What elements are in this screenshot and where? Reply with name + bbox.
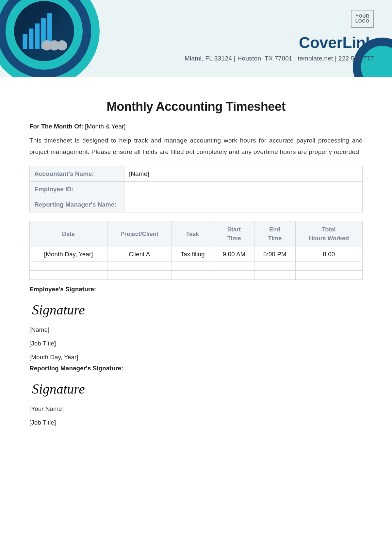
employee-sig-label: Employee's Signature: [29,286,363,293]
cell-end[interactable]: 5:00 PM [254,247,295,261]
col-task: Task [172,221,214,247]
table-row [30,275,363,280]
col-project: Project/Client [107,221,172,247]
col-end: EndTime [254,221,295,247]
cell-task[interactable]: Tax filing [172,247,214,261]
manager-job-title: [Job Title] [29,419,363,426]
col-start: StartTime [214,221,254,247]
finance-chart-image [14,1,74,61]
employee-job-title: [Job Title] [29,340,363,347]
col-date: Date [30,221,107,247]
month-label: For The Month Of: [29,123,83,130]
svg-rect-0 [23,34,27,49]
svg-rect-1 [29,28,33,49]
info-value[interactable] [124,197,363,212]
table-row: [Month Day, Year] Client A Tax filing 9:… [30,247,363,261]
logo-line1: YOUR [355,13,369,19]
table-row: Employee ID: [30,182,363,197]
manager-signature-section: Reporting Manager's Signature: Signature… [29,365,363,426]
month-line: For The Month Of: [Month & Year] [29,123,363,130]
manager-sig-label: Reporting Manager's Signature: [29,365,363,372]
employee-sig-date: [Month Day, Year] [29,354,363,361]
company-info: Miami, FL 33124 | Houston, TX 77001 | te… [185,55,374,62]
info-label: Reporting Manager's Name: [30,197,124,212]
document-header: YOUR LOGO CoverLink Miami, FL 33124 | Ho… [0,0,392,77]
page-title: Monthly Accounting Timesheet [29,100,363,114]
employee-signature: Signature [32,302,363,318]
manager-signature: Signature [32,381,363,397]
employee-signature-section: Employee's Signature: Signature [Name] [… [29,286,363,361]
table-row: Accountant's Name: [Name] [30,166,363,182]
logo-line2: LOGO [355,18,369,24]
info-value[interactable]: [Name] [124,166,363,182]
cell-date[interactable]: [Month Day, Year] [30,247,107,261]
table-row [30,271,363,275]
svg-rect-2 [35,24,40,49]
info-label: Accountant's Name: [30,166,124,182]
header-circle-graphic [0,0,100,77]
description: This timesheet is designed to help track… [29,135,363,158]
table-row: Reporting Manager's Name: [30,197,363,212]
svg-point-7 [57,40,67,50]
timesheet-table: Date Project/Client Task StartTime EndTi… [29,221,363,280]
header-company-block: YOUR LOGO CoverLink Miami, FL 33124 | Ho… [185,10,374,62]
info-value[interactable] [124,182,363,197]
document-body: Monthly Accounting Timesheet For The Mon… [0,77,392,439]
table-row [30,261,363,266]
month-value: [Month & Year] [85,123,126,130]
company-name: CoverLink [185,34,374,52]
manager-name: [Your Name] [29,405,363,413]
info-label: Employee ID: [30,182,124,197]
employee-name: [Name] [29,326,363,333]
cell-project[interactable]: Client A [107,247,172,261]
table-row [30,266,363,271]
table-header-row: Date Project/Client Task StartTime EndTi… [30,221,363,247]
logo-placeholder: YOUR LOGO [351,10,374,28]
col-total: TotalHours Worked [295,221,362,247]
cell-start[interactable]: 9:00 AM [214,247,254,261]
cell-total[interactable]: 8.00 [295,247,362,261]
info-table: Accountant's Name: [Name] Employee ID: R… [29,166,363,212]
